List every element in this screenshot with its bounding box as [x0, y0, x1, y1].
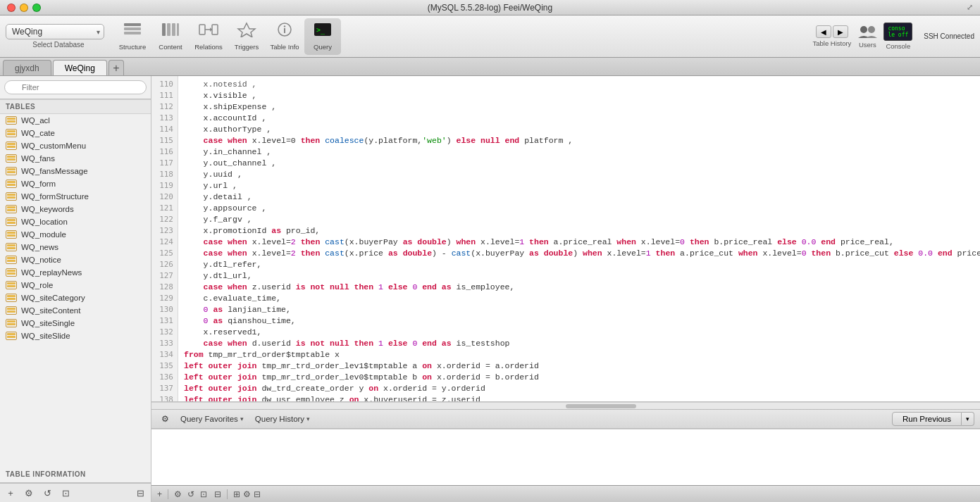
toolbar-btn-content[interactable]: Content	[152, 18, 189, 55]
table-item-wq-fansmessage[interactable]: WQ_fansMessage	[0, 165, 151, 177]
gear-button[interactable]: ⚙	[21, 487, 37, 499]
users-button[interactable]: Users	[857, 24, 878, 49]
svg-rect-0	[124, 23, 141, 26]
minimize-button[interactable]	[20, 4, 28, 12]
table-item-wq-notice[interactable]: WQ_notice	[0, 253, 151, 266]
table-icon	[6, 281, 17, 289]
filter-input[interactable]	[4, 80, 147, 94]
table-icon	[6, 230, 17, 239]
table-icon	[6, 205, 17, 213]
table-icon	[6, 306, 17, 315]
columns-button[interactable]: ⊟	[132, 487, 148, 499]
relations-icon	[199, 22, 218, 42]
gear-settings-button[interactable]: ⚙	[157, 413, 173, 425]
toolbar-btn-relations[interactable]: Relations	[190, 18, 227, 55]
sidebar-filter-area	[0, 76, 151, 99]
relations-label: Relations	[194, 43, 223, 51]
bottom-toolbar: ⚙ Query Favorites ▾ Query History ▾ Run …	[151, 409, 980, 429]
query-textarea[interactable]	[157, 432, 974, 482]
table-item-wq-role[interactable]: WQ_role	[0, 279, 151, 291]
table-item-wq-siteslide[interactable]: WQ_siteSlide	[0, 330, 151, 342]
table-name: WQ_notice	[21, 256, 61, 264]
scroll-thumb[interactable]	[566, 404, 636, 408]
table-item-wq-news[interactable]: WQ_news	[0, 241, 151, 253]
table-icon	[6, 180, 17, 188]
table-name: WQ_acl	[21, 116, 50, 125]
add-table-button[interactable]: +	[3, 487, 18, 499]
columns-status-button[interactable]: ⊟	[214, 489, 221, 499]
table-icon	[6, 332, 17, 340]
query-favorites-label: Query Favorites	[180, 415, 238, 423]
structure-label: Structure	[119, 43, 147, 51]
code-content[interactable]: x.notesid , x.visible , x.shipExpense , …	[178, 76, 980, 401]
table-item-wq-form[interactable]: WQ_form	[0, 177, 151, 190]
query-input-area[interactable]	[151, 429, 980, 485]
query-favorites-button[interactable]: Query Favorites ▾	[176, 413, 248, 425]
close-button[interactable]	[7, 4, 15, 12]
filter-button[interactable]: ⊡	[58, 487, 73, 499]
table-item-wq-replaynews[interactable]: WQ_replayNews	[0, 266, 151, 279]
table-item-wq-keywords[interactable]: WQ_keywords	[0, 203, 151, 215]
table-item-wq-cate[interactable]: WQ_cate	[0, 127, 151, 139]
table-name: WQ_news	[21, 243, 58, 251]
table-item-wq-location[interactable]: WQ_location	[0, 215, 151, 228]
editor-gear-button[interactable]: ⚙	[243, 489, 251, 499]
filter-wrap	[4, 80, 147, 94]
content-label: Content	[159, 43, 182, 51]
table-item-wq-sitesingle[interactable]: WQ_siteSingle	[0, 317, 151, 330]
table-item-wq-custommenu[interactable]: WQ_customMenu	[0, 139, 151, 152]
toolbar-buttons: Structure Content	[114, 18, 341, 55]
table-icon	[6, 243, 17, 251]
query-history-dropdown-icon: ▾	[306, 415, 310, 422]
nav-forward-button[interactable]: ▶	[833, 25, 848, 38]
table-name: WQ_keywords	[21, 205, 74, 213]
table-item-wq-sitecategory[interactable]: WQ_siteCategory	[0, 291, 151, 304]
table-item-wq-sitecontent[interactable]: WQ_siteContent	[0, 304, 151, 317]
svg-point-17	[860, 26, 867, 33]
database-select-wrap[interactable]: WeQing	[6, 24, 104, 39]
table-item-wq-fans[interactable]: WQ_fans	[0, 152, 151, 165]
run-previous-dropdown-button[interactable]: ▾	[962, 412, 974, 426]
nav-back-button[interactable]: ◀	[816, 25, 831, 38]
add-status-button[interactable]: +	[157, 489, 162, 499]
tab-weqing[interactable]: WeQing	[53, 60, 107, 75]
database-select[interactable]: WeQing	[6, 24, 104, 39]
status-bar: + ⚙ ↺ ⊡ ⊟ ⊞ ⚙ ⊟	[151, 485, 980, 502]
table-icon	[6, 256, 17, 264]
horizontal-scrollbar[interactable]	[151, 402, 980, 409]
toolbar-btn-tableinfo[interactable]: Table Info	[266, 18, 303, 55]
tab-gjyxdh[interactable]: gjyxdh	[3, 60, 51, 75]
gear-status-button[interactable]: ⚙	[174, 489, 182, 499]
svg-point-14	[284, 25, 285, 27]
refresh-status-button[interactable]: ↺	[187, 489, 194, 499]
editor-image-button[interactable]: ⊞	[233, 489, 240, 499]
table-icon	[6, 116, 17, 125]
refresh-button[interactable]: ↺	[39, 487, 55, 499]
toolbar-btn-triggers[interactable]: Triggers	[228, 18, 265, 55]
status-separator-2	[227, 489, 228, 499]
table-name: WQ_module	[21, 230, 66, 239]
main-layout: TABLES WQ_acl WQ_cate WQ_customMenu WQ_f…	[0, 76, 980, 502]
maximize-button[interactable]	[32, 4, 41, 12]
table-item-wq-formstructure[interactable]: WQ_formStructure	[0, 190, 151, 203]
table-item-wq-module[interactable]: WQ_module	[0, 228, 151, 241]
console-button[interactable]: console off Console	[883, 23, 912, 50]
table-item-wq-acl[interactable]: WQ_acl	[0, 114, 151, 127]
tab-add-button[interactable]: +	[108, 60, 124, 75]
filter-status-button[interactable]: ⊡	[200, 489, 207, 499]
table-name: WQ_siteSingle	[21, 319, 75, 327]
query-history-button[interactable]: Query History ▾	[251, 413, 314, 425]
svg-rect-8	[212, 25, 218, 34]
svg-text:>_: >_	[316, 26, 325, 34]
query-label: Query	[314, 43, 332, 51]
editor-export-button[interactable]: ⊟	[254, 489, 261, 499]
run-previous-button[interactable]: Run Previous	[892, 412, 962, 426]
query-history-label: Query History	[255, 415, 304, 423]
table-name: WQ_form	[21, 180, 56, 188]
expand-icon[interactable]: ⤢	[967, 3, 973, 12]
window-controls[interactable]	[7, 4, 41, 12]
tables-section-header: TABLES	[0, 99, 151, 114]
sidebar-bottom: + ⚙ ↺ ⊡ ⊟	[0, 483, 151, 502]
toolbar-btn-structure[interactable]: Structure	[114, 18, 151, 55]
toolbar-btn-query[interactable]: >_ Query	[304, 18, 341, 55]
